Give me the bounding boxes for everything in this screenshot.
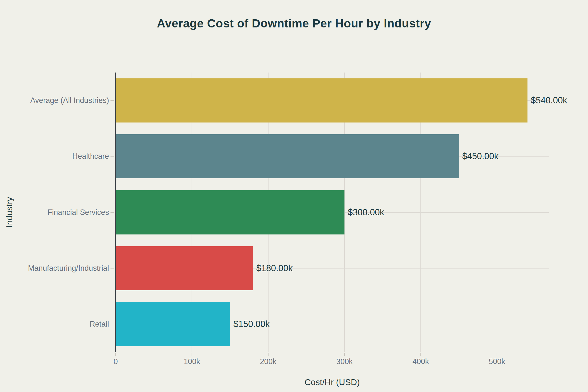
plot-area: $540.00k$450.00k$300.00k$180.00k$150.00k (116, 72, 549, 352)
bar-value-label: $450.00k (462, 151, 498, 162)
y-category-label: Healthcare (0, 152, 109, 161)
x-tick-mark (496, 353, 497, 356)
chart-title: Average Cost of Downtime Per Hour by Ind… (0, 17, 588, 30)
bar-healthcare (116, 134, 459, 178)
bar-value-label: $540.00k (531, 95, 567, 106)
bar-value-label: $300.00k (348, 207, 384, 218)
x-tick-label: 500k (489, 357, 505, 366)
y-category-label: Financial Services (0, 208, 109, 217)
bar-retail (116, 302, 230, 346)
x-tick-label: 0 (114, 357, 118, 366)
x-tick-mark (192, 353, 192, 356)
x-tick-mark (116, 353, 116, 356)
y-tick-mark (110, 100, 114, 101)
y-tick-mark (110, 324, 114, 324)
bar-average-all-industries (116, 78, 528, 122)
bar-value-label: $180.00k (256, 263, 292, 274)
bar-chart-figure: Average Cost of Downtime Per Hour by Ind… (0, 0, 588, 392)
y-category-label: Retail (0, 320, 109, 328)
y-tick-mark (110, 268, 114, 268)
x-tick-mark (268, 353, 268, 356)
x-tick-label: 400k (412, 357, 429, 366)
y-axis-title: Industry (4, 197, 14, 228)
y-tick-mark (110, 156, 114, 156)
bar-financial-services (116, 190, 344, 234)
x-tick-label: 300k (336, 357, 352, 366)
y-category-label: Average (All Industries) (0, 96, 109, 105)
x-tick-label: 100k (184, 357, 200, 366)
x-tick-label: 200k (260, 357, 276, 366)
x-tick-mark (344, 353, 345, 356)
bar-value-label: $150.00k (234, 319, 270, 329)
y-category-label: Manufacturing/Industrial (0, 264, 109, 273)
x-axis-title: Cost/Hr (USD) (304, 377, 360, 387)
y-tick-mark (110, 212, 114, 213)
x-tick-mark (420, 353, 421, 356)
bar-manufacturing-industrial (116, 246, 253, 290)
